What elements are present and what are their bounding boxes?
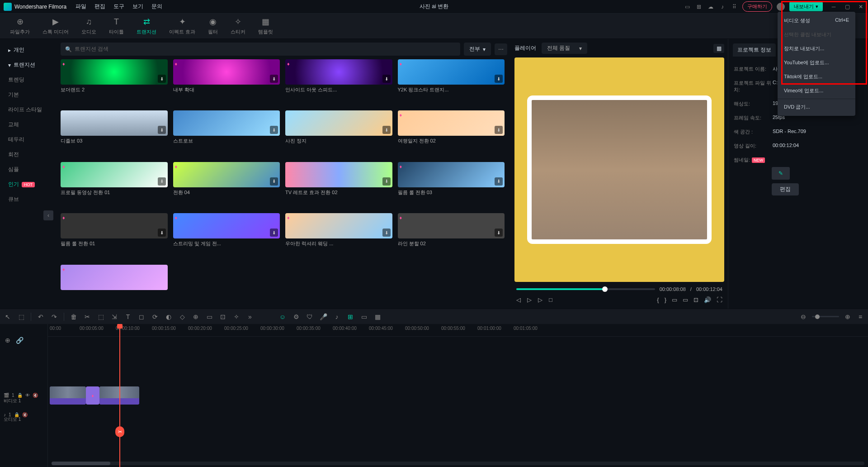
audio-track-head[interactable]: ♪1 🔒 🔇 오디오 1 xyxy=(0,406,47,423)
edit-button[interactable]: 편집 xyxy=(772,183,799,195)
music-icon[interactable]: ♪ xyxy=(333,313,341,320)
zoom-slider[interactable] xyxy=(812,316,839,317)
speed-button[interactable]: ⟳ xyxy=(151,313,159,320)
quality-select[interactable]: 전체 품질▾ xyxy=(542,43,587,54)
transition-card[interactable]: ♦⬇필름 롤 전환 03 xyxy=(398,162,505,208)
sidebar-item-trending[interactable]: 트렌딩 xyxy=(0,72,57,87)
track-button[interactable]: ⊡ xyxy=(219,313,227,320)
mic-icon[interactable]: 🎤 xyxy=(319,313,327,320)
transition-card[interactable]: ⬇사진 정지 xyxy=(285,110,392,156)
sidebar-collapse[interactable]: ‹ xyxy=(43,210,53,220)
export-item-device[interactable]: 장치로 내보내기... xyxy=(778,42,855,56)
sidebar-item-rotate[interactable]: 회전 xyxy=(0,147,57,162)
transition-card[interactable]: ⬇디졸브 03 xyxy=(61,110,168,156)
motion-button[interactable]: ⊕ xyxy=(192,313,200,320)
pointer-tool[interactable]: ↖ xyxy=(4,313,12,320)
maximize-icon[interactable]: ▢ xyxy=(844,3,851,10)
transition-card[interactable]: ♦⬇프로필 동영상 전환 01 xyxy=(61,162,168,208)
transition-card[interactable]: ⬇스트로브 xyxy=(173,110,280,156)
headphone-icon[interactable]: ♪ xyxy=(719,3,726,10)
display-icon[interactable]: ▭ xyxy=(684,3,691,10)
track-add-icon[interactable]: ⊕ xyxy=(4,337,12,340)
play-back-button[interactable]: ▷ xyxy=(527,296,532,303)
crop-button[interactable]: ⬚ xyxy=(97,313,105,320)
sidebar-item-popular[interactable]: 인기HOT xyxy=(0,177,57,192)
transition-card[interactable]: ♦⬇Y2K 핑크스타 트랜지... xyxy=(398,59,505,105)
sidebar-group-transition[interactable]: ▾ 트랜지션 xyxy=(0,57,57,72)
transition-card[interactable]: ♦⬇인사이드 아웃 스피드... xyxy=(285,59,392,105)
sidebar-item-simple[interactable]: 심플 xyxy=(0,162,57,177)
apps-icon[interactable]: ⠿ xyxy=(731,3,738,10)
select-tool[interactable]: ⬚ xyxy=(17,313,25,320)
gear-icon[interactable]: ⚙ xyxy=(292,313,300,320)
export-button[interactable]: 내보내기▾ xyxy=(789,2,823,11)
green-button[interactable]: ▭ xyxy=(205,313,213,320)
transition-card[interactable]: ♦⬇라인 분할 02 xyxy=(398,213,505,259)
split-button[interactable]: ✂ xyxy=(83,313,91,320)
play-button[interactable]: ▷ xyxy=(538,296,542,303)
prev-frame-button[interactable]: ◁ xyxy=(516,296,521,303)
redo-button[interactable]: ↷ xyxy=(50,313,58,320)
transition-clip[interactable]: ♦ xyxy=(86,386,99,405)
video-track-head[interactable]: 🎬1 🔒 👁 🔇 비디오 1 xyxy=(0,384,47,406)
sidebar-item-cube[interactable]: 큐브 xyxy=(0,192,57,207)
clip-icon[interactable]: ▭ xyxy=(672,296,677,303)
scrubber[interactable]: 00:00:08:08 / 00:00:12:04 xyxy=(514,282,724,295)
mask-button[interactable]: ◻ xyxy=(137,313,146,320)
thumbnail-edit[interactable]: ✎ xyxy=(772,167,790,180)
grid-icon[interactable]: ⊞ xyxy=(695,3,703,10)
menu-edit[interactable]: 편집 xyxy=(94,3,105,10)
transition-card[interactable]: ♦⬇전환 04 xyxy=(173,162,280,208)
color-button[interactable]: ◐ xyxy=(165,313,173,320)
stop-button[interactable]: □ xyxy=(549,296,552,303)
playhead[interactable]: ✂ xyxy=(119,324,120,467)
minimize-icon[interactable]: ─ xyxy=(830,3,837,10)
avatar[interactable] xyxy=(777,3,785,11)
menu-help[interactable]: 문의 xyxy=(151,3,162,10)
timeline-canvas[interactable]: 00:00 00:00:05:00 00:00:10:00 00:00:15:0… xyxy=(48,324,868,467)
menu-view[interactable]: 보기 xyxy=(132,3,143,10)
transition-card[interactable]: ♦ xyxy=(61,265,168,304)
sidebar-item-lifestyle[interactable]: 라이프 스타일 xyxy=(0,102,57,117)
resize-button[interactable]: ⇲ xyxy=(110,313,118,320)
sidebar-item-replace[interactable]: 교체 xyxy=(0,117,57,132)
filter-button[interactable]: 전부▾ xyxy=(464,43,491,56)
export-item-youtube[interactable]: YouTube에 업로드... xyxy=(778,56,855,70)
delete-button[interactable]: 🗑 xyxy=(70,313,78,320)
export-item-vimeo[interactable]: Vimeo에 업로드... xyxy=(778,84,855,98)
preview-canvas[interactable] xyxy=(514,57,724,282)
tab-title[interactable]: T타이틀 xyxy=(104,15,129,37)
export-item-tiktok[interactable]: Tiktok에 업로드... xyxy=(778,70,855,84)
timeline-scrollbar[interactable] xyxy=(52,462,864,465)
search-input[interactable]: 🔍트랜지션 검색 xyxy=(61,43,460,56)
transition-card[interactable]: ♦⬇필름 롤 전환 01 xyxy=(61,213,168,259)
snapshot-button[interactable]: ▦ xyxy=(713,44,724,53)
render-icon[interactable]: ▭ xyxy=(360,313,368,320)
fit-button[interactable]: ≡ xyxy=(856,313,864,320)
volume-icon[interactable]: 🔊 xyxy=(704,296,711,303)
zoom-in-button[interactable]: ⊕ xyxy=(844,313,852,320)
project-info-tab[interactable]: 프로젝트 정보 xyxy=(733,43,776,57)
transition-card[interactable]: ♦⬇보더랜드 2 xyxy=(61,59,168,105)
tab-sticker[interactable]: ✧스티커 xyxy=(225,15,251,37)
text-button[interactable]: T xyxy=(124,313,132,320)
buy-button[interactable]: 구매하기 xyxy=(742,1,772,12)
timeline-ruler[interactable]: 00:00 00:00:05:00 00:00:10:00 00:00:15:0… xyxy=(48,324,868,337)
cloud-icon[interactable]: ☁ xyxy=(707,3,714,10)
fullscreen-icon[interactable]: ⛶ xyxy=(717,296,722,303)
compare-icon[interactable]: ▭ xyxy=(683,296,688,303)
tab-transition[interactable]: ⇄트랜지션 xyxy=(131,15,162,37)
transition-card[interactable]: ♦⬇우아한 럭셔리 웨딩 ... xyxy=(285,213,392,259)
sidebar-item-border[interactable]: 테두리 xyxy=(0,132,57,147)
split-handle[interactable]: ✂ xyxy=(115,426,124,437)
zoom-out-button[interactable]: ⊖ xyxy=(799,313,807,320)
sidebar-group-personal[interactable]: ▸ 개인 xyxy=(0,43,57,57)
ai-button[interactable]: ✧ xyxy=(232,313,241,320)
export-item-dvd[interactable]: DVD 굽기... xyxy=(778,100,855,114)
transition-card[interactable]: ♦⬇스트리밍 및 게임 전... xyxy=(173,213,280,259)
sidebar-item-basic[interactable]: 기본 xyxy=(0,87,57,102)
export-item-video[interactable]: 비디오 생성Ctrl+E xyxy=(778,14,855,28)
transition-card[interactable]: ⬇TV 레트로 효과 전환 02 xyxy=(285,162,392,208)
link-icon[interactable]: 🔗 xyxy=(15,337,24,340)
undo-button[interactable]: ↶ xyxy=(37,313,45,320)
